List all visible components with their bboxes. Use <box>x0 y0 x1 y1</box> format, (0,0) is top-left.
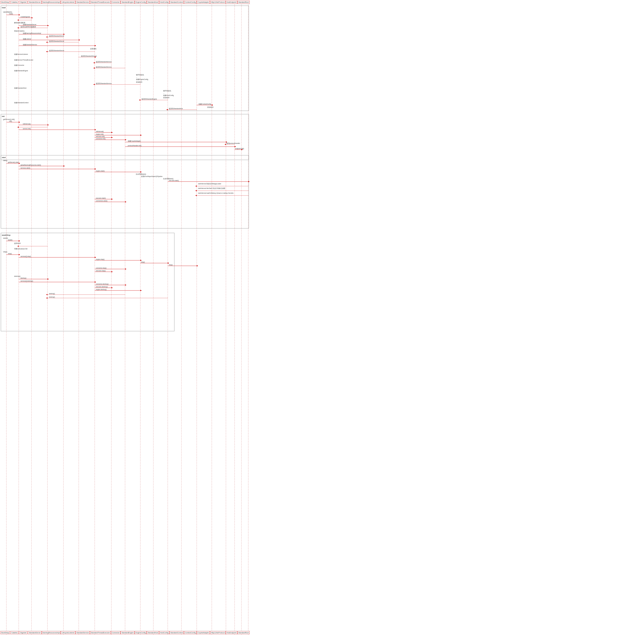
arrow-head-return-digester <box>17 19 19 21</box>
arrow-head-context-stop <box>197 265 198 266</box>
actor-bootstrap-top: BootStrap <box>0 1 10 4</box>
msg-return-load-util: 返回load所有功能模块 <box>21 26 36 28</box>
msg-add-component: 添加组件 <box>136 81 142 83</box>
arrow-head-connector-stop <box>125 268 126 270</box>
actor-http11nioprotocol-top: Http11NioProtocol <box>210 1 226 4</box>
arrow-head-initinternal-service <box>111 132 113 133</box>
arrow-head-protocolhandler-init <box>235 146 236 147</box>
arrow-head-return-sc <box>166 109 168 110</box>
top-actor-bar: BootStrap Catalina Digester StandardServ… <box>0 0 250 5</box>
msg-return-connector: 返回到StandardService <box>96 66 112 68</box>
actor-catalina-bottom: Catalina <box>10 631 18 634</box>
arrow-head-return-merge <box>195 190 197 191</box>
arrow-head-return-sh <box>139 99 140 101</box>
msg-loop-init-engine: 循环初始化 <box>136 74 144 76</box>
arrow-head-engine-stop <box>140 260 142 261</box>
msg-set-props-service: 设置属性 <box>90 48 97 50</box>
actor-standardcontext-bottom: StandardContext <box>169 631 184 634</box>
msg-service-init: service.init() <box>23 128 31 130</box>
actor-hosendpoint-top: HosEndpoint <box>226 1 237 4</box>
actor-contextconfig-bottom: ContextConfig <box>184 631 197 634</box>
msg-create-hostconfig: 创建HostConfig <box>163 94 174 96</box>
arrow-head-connector-init <box>125 139 126 140</box>
msg-start-section: · start() <box>2 160 7 161</box>
arrow-head-executor-destroy <box>111 287 113 288</box>
actor-standardserver-top: StandardServer <box>28 1 42 4</box>
msg-return-sh: 返回到StandardEngine <box>141 98 157 100</box>
actor-namingresourcesimpl-top: NamingResourcesImpl <box>42 1 61 4</box>
msg-return-sc: 返回到StandardHost <box>169 108 183 109</box>
actor-lifecyclelistener-bottom: LifecycleListener <box>61 631 75 634</box>
msg-return-destroy2: destroy() <box>49 296 55 298</box>
actor-engineconfig-top: EngineConfig <box>135 1 147 4</box>
arrow-head-executor-init <box>111 137 113 138</box>
arrow-head-services-stop <box>95 257 96 258</box>
msg-coyoteadapter: 创建CoyoteAdapter <box>128 140 141 142</box>
actor-digester-bottom: Digester <box>19 631 27 634</box>
actor-namingresourcesimpl-bottom: NamingResourcesImpl <box>42 631 61 634</box>
msg-return-listener: 返回到StandardServer <box>49 40 64 42</box>
msg-engine-destroy: engine.destroy() <box>96 289 107 290</box>
msg-load: load() <box>9 13 13 15</box>
arrow-head-return-naming <box>46 36 47 38</box>
msg-init-start: · getServer().init() <box>2 118 15 120</box>
actor-connector-bottom: Connector <box>111 631 121 634</box>
msg-initinternal-ss: initInternal() <box>23 123 31 125</box>
actor-contextconfig-top: ContextConfig <box>184 1 197 4</box>
arrow-head-return-se <box>93 84 95 85</box>
msg-connector-destroy: connector.destroy() <box>96 283 109 285</box>
msg-listen-8005: 监听8005 <box>14 242 21 244</box>
msg-init-catalina: 初始化Catalina <box>14 30 24 32</box>
msg-return-se: 返回到StandardService <box>96 83 112 84</box>
msg-return-sl: 返回到StandardService <box>81 55 97 57</box>
msg-create-engineconfig: 创建EngineConfig <box>136 79 148 80</box>
actor-http11nioprotocol-bottom: Http11NioProtocol <box>210 631 226 634</box>
arrow-head-executor-start <box>111 198 113 200</box>
actor-standardroot-bottom: StandardRoot <box>237 631 250 634</box>
arrow-head-engine-start <box>140 171 142 173</box>
msg-listener: 创建Listener <box>23 38 31 40</box>
arrow-head-return-protocol <box>225 144 226 145</box>
arrow-head-executor-stop <box>111 271 113 272</box>
msg-add-component-host: 添加组件 <box>163 97 170 98</box>
arrow-head-stop <box>19 254 20 255</box>
load-label: load <box>2 7 6 9</box>
arrow-head-createdigester <box>31 17 33 18</box>
msg-create-service: 创建StandardService <box>23 44 37 45</box>
init-frame <box>1 114 249 160</box>
actor-standardthreadexecutor-top: StandardThreadExecutor <box>90 1 111 4</box>
actor-engineconfig-bottom: EngineConfig <box>135 631 147 634</box>
msg-connector-init: connector.init() <box>96 138 106 140</box>
msg-engine-init: engine.init() <box>96 133 104 135</box>
msg-services-stop: services[].stop() <box>21 255 31 257</box>
msg-empty-engine: ... <box>136 76 137 78</box>
msg-startinternal-webapp: startInternal 初始化WebappLoader <box>198 183 221 185</box>
arrow-head-await <box>19 240 20 241</box>
msg-empty-host: ... <box>163 92 165 94</box>
msg-engine-start: engine.start() <box>96 170 105 172</box>
arrow-head-create-ss <box>47 25 49 26</box>
msg-executor-init: executor.init() <box>96 136 105 137</box>
actor-coyoteadapter-top: CoyoteAdapter <box>197 1 210 4</box>
msg-isshutdown: 判断isShutdown为5 <box>14 248 28 249</box>
arrow-head-return-initinternal <box>17 126 19 128</box>
arrow-head-ss <box>95 45 96 46</box>
msg-getserver-start: getServer().start <box>8 161 19 163</box>
arrow-head-load <box>19 14 20 16</box>
arrow-head-return-webapp <box>195 185 197 187</box>
arrow-head-return-destroy2 <box>46 297 47 299</box>
msg-parse-server: 解析服务器配置 <box>14 22 25 24</box>
arrow-head-return-listen <box>17 245 19 247</box>
sequence-diagram-svg: load · start(初始化) load() createDigester … <box>0 5 250 635</box>
load-frame <box>1 6 249 111</box>
arrow-head-namingresources <box>63 34 65 35</box>
start-frame <box>1 155 249 228</box>
actor-coyoteadapter-bottom: CoyoteAdapter <box>197 631 210 634</box>
msg-loop-init-host: 循环初始化 <box>163 90 171 92</box>
msg-create-ss: 创建StandardServer <box>23 24 37 25</box>
msg-pipeline: 设置ErrorReportValve往Pipeline <box>141 176 162 177</box>
arrow-head-return-load <box>195 195 197 196</box>
arrow-head-service-init <box>95 129 96 130</box>
msg-return-service: 返回到StandardServer <box>49 50 64 51</box>
arrow-head-return-service <box>46 51 47 52</box>
